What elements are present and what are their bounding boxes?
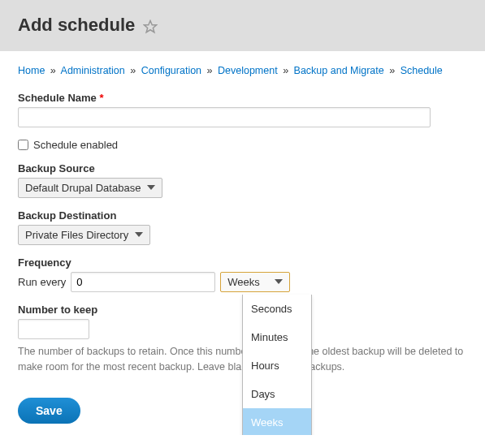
frequency-unit-value: Weeks xyxy=(227,276,260,288)
breadcrumb-sep: » xyxy=(207,65,213,76)
star-icon[interactable] xyxy=(143,19,158,37)
backup-destination-label: Backup Destination xyxy=(18,209,467,222)
run-every-label: Run every xyxy=(18,276,66,288)
svg-marker-0 xyxy=(144,21,156,32)
required-marker: * xyxy=(99,92,103,104)
breadcrumb-backup-migrate[interactable]: Backup and Migrate xyxy=(294,65,384,76)
backup-source-select[interactable]: Default Drupal Database xyxy=(18,178,162,198)
svg-marker-1 xyxy=(147,185,155,190)
breadcrumb: Home » Administration » Configuration » … xyxy=(18,62,467,79)
backup-source-field: Backup Source Default Drupal Database xyxy=(18,162,467,198)
backup-destination-value: Private Files Directory xyxy=(25,229,128,241)
frequency-row: Run every Weeks Seconds Minutes Hours Da… xyxy=(18,272,467,292)
schedule-name-field: Schedule Name * xyxy=(18,92,467,127)
frequency-unit-select[interactable]: Weeks xyxy=(220,272,290,292)
caret-down-icon xyxy=(147,182,155,194)
backup-destination-field: Backup Destination Private Files Directo… xyxy=(18,209,467,245)
frequency-label: Frequency xyxy=(18,256,467,269)
schedule-enabled-label: Schedule enabled xyxy=(33,139,118,151)
breadcrumb-home[interactable]: Home xyxy=(18,65,45,76)
breadcrumb-development[interactable]: Development xyxy=(218,65,278,76)
schedule-name-label: Schedule Name * xyxy=(18,92,467,104)
frequency-value-input[interactable] xyxy=(71,272,215,292)
caret-down-icon xyxy=(275,276,283,288)
breadcrumb-configuration[interactable]: Configuration xyxy=(141,65,201,76)
breadcrumb-sep: » xyxy=(389,65,395,76)
caret-down-icon xyxy=(135,229,143,241)
dropdown-option-minutes[interactable]: Minutes xyxy=(243,323,311,351)
svg-marker-3 xyxy=(275,279,283,284)
dropdown-option-weeks[interactable]: Weeks xyxy=(243,408,311,435)
dropdown-option-days[interactable]: Days xyxy=(243,380,311,408)
content-area: Home » Administration » Configuration » … xyxy=(0,51,485,435)
dropdown-option-hours[interactable]: Hours xyxy=(243,351,311,380)
frequency-unit-dropdown: Seconds Minutes Hours Days Weeks xyxy=(242,295,312,435)
breadcrumb-sep: » xyxy=(50,65,56,76)
breadcrumb-administration[interactable]: Administration xyxy=(61,65,125,76)
breadcrumb-sep: » xyxy=(130,65,136,76)
schedule-enabled-checkbox[interactable] xyxy=(18,140,28,150)
page-title: Add schedule xyxy=(18,15,135,35)
save-button[interactable]: Save xyxy=(18,398,80,424)
schedule-name-label-text: Schedule Name xyxy=(18,92,97,104)
dropdown-option-seconds[interactable]: Seconds xyxy=(243,295,311,323)
svg-marker-2 xyxy=(135,232,143,237)
backup-source-label: Backup Source xyxy=(18,162,467,174)
page-header: Add schedule xyxy=(0,0,485,51)
number-to-keep-input[interactable] xyxy=(18,319,89,339)
frequency-field: Frequency Run every Weeks Seconds Minute… xyxy=(18,256,467,292)
breadcrumb-sep: » xyxy=(283,65,288,76)
backup-destination-select[interactable]: Private Files Directory xyxy=(18,225,150,245)
schedule-name-input[interactable] xyxy=(18,107,431,127)
schedule-enabled-row: Schedule enabled xyxy=(18,139,467,151)
backup-source-value: Default Drupal Database xyxy=(25,182,141,194)
breadcrumb-schedule[interactable]: Schedule xyxy=(401,65,443,76)
